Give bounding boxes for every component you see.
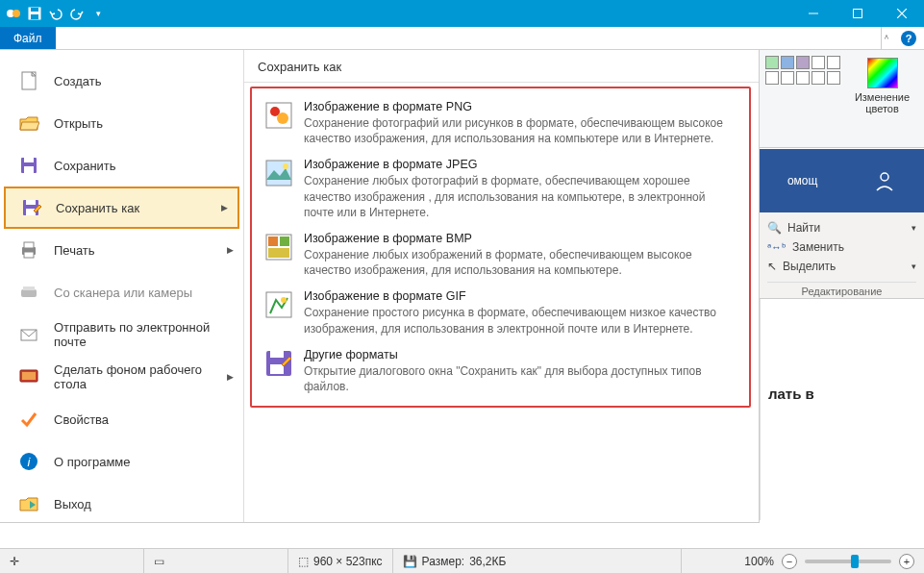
save-as-title: Сохранить как — [244, 60, 759, 83]
statusbar: ✛ ▭ ⬚ 960 × 523пкс 💾 Размер: 36,2КБ 100%… — [0, 548, 924, 573]
word-window-fragment: омощ — [760, 149, 924, 212]
jpeg-icon — [263, 158, 294, 188]
chevron-right-icon: ▶ — [221, 203, 228, 212]
sidebar-item-open[interactable]: Открыть — [0, 102, 243, 144]
sidebar-item-save-as[interactable]: Сохранить как ▶ — [4, 187, 239, 229]
color-swatch[interactable] — [812, 71, 825, 85]
file-tab[interactable]: Файл — [0, 27, 56, 49]
sidebar-item-set-desktop[interactable]: Сделать фоном рабочего стола ▶ — [0, 356, 243, 398]
svg-point-1 — [12, 10, 20, 17]
sidebar-item-save[interactable]: Сохранить — [0, 144, 243, 187]
svg-rect-20 — [21, 289, 37, 297]
collapse-ribbon-icon[interactable]: ＾ — [882, 32, 891, 45]
exit-icon — [17, 492, 40, 515]
titlebar: ▾ — [0, 0, 924, 27]
sidebar-item-send-email[interactable]: Отправить по электронной почте — [0, 313, 243, 356]
qat-dropdown-icon[interactable]: ▾ — [90, 6, 106, 21]
sidebar-label: Свойства — [54, 412, 109, 427]
app-icon — [6, 6, 21, 21]
svg-rect-18 — [24, 242, 34, 248]
svg-rect-21 — [23, 286, 35, 290]
replace-button[interactable]: ᵃ↔ᵇЗаменить — [767, 237, 916, 257]
format-png[interactable]: Изображение в формате PNG Сохранение фот… — [260, 94, 741, 152]
svg-rect-19 — [24, 252, 34, 258]
sidebar-label: Со сканера или камеры — [54, 286, 192, 300]
sidebar-label: Открыть — [54, 116, 103, 131]
mail-icon — [17, 323, 40, 346]
doc-text: лать в — [768, 386, 814, 402]
document-fragment: лать в — [760, 299, 924, 520]
status-canvas-size: ⬚ 960 × 523пкс — [288, 549, 393, 573]
close-button[interactable] — [880, 0, 924, 27]
color-swatch[interactable] — [827, 56, 840, 69]
svg-point-29 — [277, 112, 288, 124]
format-desc: Сохранение простого рисунка в формате, о… — [304, 305, 737, 336]
select-label: Выделить — [783, 260, 836, 273]
edit-colors-button[interactable]: Изменение цветов — [846, 56, 918, 141]
zoom-value: 100% — [744, 555, 774, 568]
color-palette[interactable] — [765, 56, 840, 141]
svg-point-31 — [283, 163, 288, 169]
color-swatch[interactable] — [827, 71, 840, 85]
size-value: 36,2КБ — [469, 555, 506, 568]
svg-rect-12 — [24, 158, 34, 162]
color-swatch[interactable] — [765, 71, 779, 85]
svg-rect-39 — [270, 351, 284, 358]
open-icon — [17, 112, 40, 135]
undo-icon[interactable] — [48, 6, 63, 21]
find-button[interactable]: 🔍Найти▾ — [767, 218, 916, 237]
minimize-button[interactable] — [791, 0, 836, 27]
color-swatch[interactable] — [812, 56, 825, 69]
sidebar-item-print[interactable]: Печать ▶ — [0, 229, 243, 271]
sidebar-item-about[interactable]: i О программе — [0, 440, 243, 483]
redo-icon[interactable] — [69, 6, 85, 21]
new-icon — [17, 69, 40, 92]
sidebar-item-exit[interactable]: Выход — [0, 483, 243, 525]
selection-icon: ▭ — [154, 555, 164, 568]
sidebar-label: Выход — [54, 497, 91, 511]
color-swatch[interactable] — [796, 71, 810, 85]
help-icon[interactable]: ? — [901, 31, 916, 46]
word-help-tab: омощ — [787, 174, 817, 187]
info-icon: i — [17, 450, 40, 473]
edit-colors-label: Изменение цветов — [846, 91, 918, 114]
format-title: Другие форматы — [304, 348, 737, 361]
format-title: Изображение в формате GIF — [304, 289, 737, 303]
sidebar-item-scanner: Со сканера или камеры — [0, 271, 243, 313]
format-desc: Сохранение любых изображений в формате, … — [304, 247, 737, 278]
sidebar-label: О программе — [54, 455, 131, 469]
color-swatch[interactable] — [796, 56, 810, 69]
color-swatch[interactable] — [781, 71, 794, 85]
format-bmp[interactable]: Изображение в формате BMP Сохранение люб… — [260, 226, 741, 284]
bmp-icon — [263, 232, 294, 262]
sidebar-label: Печать — [54, 243, 95, 258]
gif-icon — [263, 289, 294, 320]
svg-rect-40 — [270, 364, 284, 374]
zoom-in-button[interactable]: + — [899, 554, 914, 569]
zoom-slider[interactable] — [805, 560, 891, 563]
svg-point-37 — [281, 297, 287, 303]
sidebar-item-new[interactable]: Создать — [0, 60, 243, 102]
save-qat-icon[interactable] — [27, 6, 42, 21]
sidebar-item-properties[interactable]: Свойства — [0, 398, 243, 440]
format-jpeg[interactable]: Изображение в формате JPEG Сохранение лю… — [260, 152, 741, 226]
svg-point-9 — [881, 173, 888, 181]
format-desc: Открытие диалогового окна "Сохранить как… — [304, 363, 737, 394]
color-swatch[interactable] — [781, 56, 794, 69]
svg-rect-33 — [268, 237, 278, 246]
zoom-thumb[interactable] — [851, 555, 859, 568]
format-gif[interactable]: Изображение в формате GIF Сохранение про… — [260, 284, 741, 341]
save-as-icon — [19, 196, 42, 219]
sidebar-label: Сохранить — [54, 159, 116, 173]
word-editing-group: 🔍Найти▾ ᵃ↔ᵇЗаменить ↖Выделить▾ Редактиро… — [760, 212, 924, 299]
format-title: Изображение в формате PNG — [304, 100, 737, 113]
zoom-out-button[interactable]: − — [782, 554, 797, 569]
desktop-icon — [17, 365, 40, 388]
format-other[interactable]: Другие форматы Открытие диалогового окна… — [260, 342, 741, 400]
format-desc: Сохранение любых фотографий в формате, о… — [304, 173, 737, 220]
select-button[interactable]: ↖Выделить▾ — [767, 257, 916, 276]
maximize-button[interactable] — [836, 0, 880, 27]
color-swatch[interactable] — [765, 56, 779, 69]
svg-rect-13 — [24, 166, 34, 173]
format-title: Изображение в формате BMP — [304, 232, 737, 245]
